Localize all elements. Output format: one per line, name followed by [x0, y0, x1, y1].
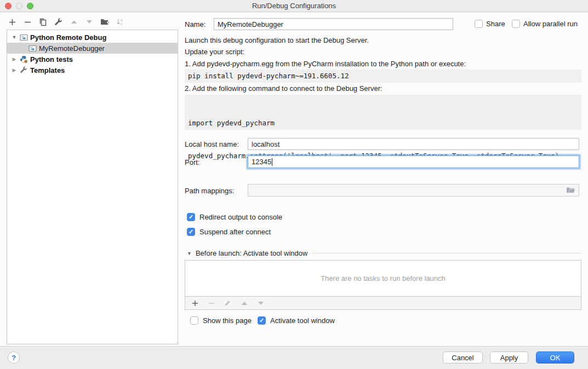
configurations-tree: ▼ Python Remote Debug MyRemoteDebugger ▶… — [7, 30, 178, 344]
move-up-icon — [69, 18, 78, 27]
allow-parallel-run-checkbox[interactable]: Allow parallel run — [512, 20, 578, 28]
move-down-icon — [84, 18, 94, 27]
share-checkbox-label: Share — [486, 20, 505, 28]
cancel-button[interactable]: Cancel — [443, 351, 483, 364]
templates-wrench-icon — [19, 66, 28, 74]
svg-text:z: z — [121, 22, 123, 26]
local-host-name-label: Local host name: — [185, 140, 239, 148]
move-task-up-icon — [239, 298, 249, 308]
tree-item-python-remote-debug[interactable]: ▼ Python Remote Debug — [7, 32, 178, 43]
suspend-after-connect-checkbox[interactable]: ✓ Suspend after connect — [187, 228, 271, 236]
add-configuration-button[interactable] — [8, 18, 17, 27]
configurations-toolbar: az — [8, 17, 124, 27]
browse-folder-icon[interactable] — [566, 187, 575, 194]
copy-configuration-icon[interactable] — [38, 18, 48, 27]
help-button[interactable]: ? — [8, 351, 20, 364]
redirect-output-checkbox-box[interactable]: ✓ — [187, 213, 195, 221]
redirect-output-checkbox-label: Redirect output to console — [199, 213, 282, 221]
tree-item-templates[interactable]: ▶ Templates — [7, 65, 178, 76]
tree-item-label: Python tests — [30, 55, 73, 64]
description-step-1: 1. Add pydevd-pycharm.egg from the PyCha… — [185, 60, 466, 68]
remote-debug-config-icon — [28, 44, 37, 52]
collapsed-twisty-icon[interactable]: ▶ — [12, 67, 17, 73]
share-checkbox[interactable]: Share — [475, 20, 505, 28]
window-title: Run/Debug Configurations — [0, 2, 588, 10]
before-launch-toolbar — [185, 297, 581, 310]
allow-parallel-run-checkbox-box[interactable] — [512, 20, 520, 28]
description-line-1: Launch this debug configuration to start… — [185, 36, 369, 44]
remote-debug-config-icon — [19, 33, 28, 41]
python-tests-icon — [19, 55, 28, 63]
path-mappings-input[interactable] — [248, 184, 579, 197]
empty-task-list-text: There are no tasks to run before launch — [321, 274, 446, 282]
ok-button[interactable]: OK — [536, 351, 574, 364]
name-input[interactable]: MyRemoteDebugger — [214, 18, 453, 30]
collapsed-twisty-icon[interactable]: ▶ — [12, 56, 17, 62]
title-bar: Run/Debug Configurations — [0, 0, 588, 12]
activate-tool-window-checkbox-label: Activate tool window — [270, 316, 335, 325]
suspend-after-connect-checkbox-box[interactable]: ✓ — [187, 228, 195, 236]
pip-install-code: pip install pydevd-pycharm~=191.6605.12 — [185, 70, 581, 83]
share-checkbox-box[interactable] — [475, 20, 483, 28]
dialog-content: az ▼ Python Remote Debug MyRemoteDebugge… — [0, 13, 588, 346]
suspend-after-connect-checkbox-label: Suspend after connect — [199, 228, 271, 236]
expanded-twisty-icon[interactable]: ▼ — [12, 34, 17, 40]
local-host-name-input[interactable]: localhost — [248, 138, 579, 150]
sort-configurations-icon: az — [115, 18, 124, 27]
name-label: Name: — [185, 20, 205, 28]
port-input[interactable]: 12345 — [248, 155, 579, 168]
path-mappings-label: Path mappings: — [185, 187, 234, 195]
run-debug-configurations-dialog: Run/Debug Configurations az — [0, 0, 588, 369]
activate-tool-window-checkbox[interactable]: ✓ Activate tool window — [258, 316, 335, 325]
tree-item-label: Python Remote Debug — [30, 33, 106, 42]
add-task-button[interactable] — [190, 298, 199, 308]
text-caret — [272, 158, 272, 166]
tree-item-myremotedebugger[interactable]: MyRemoteDebugger — [7, 43, 178, 54]
settrace-code-block: import pydevd_pycharm pydevd_pycharm.set… — [185, 95, 581, 130]
move-task-down-icon — [256, 298, 265, 308]
dialog-footer: ? Cancel Apply OK — [0, 346, 588, 369]
allow-parallel-run-checkbox-label: Allow parallel run — [523, 20, 578, 28]
apply-button[interactable]: Apply — [490, 351, 528, 364]
svg-text:a: a — [121, 18, 123, 22]
edit-task-pencil-icon — [223, 298, 232, 308]
new-folder-icon[interactable] — [100, 18, 109, 27]
redirect-output-checkbox[interactable]: ✓ Redirect output to console — [187, 213, 282, 221]
remove-configuration-button[interactable] — [23, 18, 32, 27]
section-rule — [312, 253, 581, 253]
tree-item-python-tests[interactable]: ▶ Python tests — [7, 54, 178, 65]
section-collapse-icon[interactable]: ▼ — [187, 251, 192, 256]
remove-task-icon — [207, 298, 216, 308]
description-step-2: 2. Add the following command to connect … — [185, 84, 383, 93]
before-launch-section-header[interactable]: ▼ Before launch: Activate tool window — [187, 249, 581, 257]
edit-templates-wrench-icon[interactable] — [54, 18, 63, 27]
port-label: Port: — [185, 158, 199, 166]
show-this-page-checkbox-box[interactable] — [190, 316, 198, 325]
description-line-2: Update your script: — [185, 48, 244, 56]
settrace-code-line-1: import pydevd_pycharm — [188, 118, 578, 129]
before-launch-task-list[interactable]: There are no tasks to run before launch — [185, 260, 581, 297]
show-this-page-checkbox[interactable]: Show this page — [190, 316, 252, 325]
tree-item-label: MyRemoteDebugger — [39, 44, 105, 53]
before-launch-title: Before launch: Activate tool window — [196, 249, 308, 257]
tree-item-label: Templates — [30, 66, 65, 74]
activate-tool-window-checkbox-box[interactable]: ✓ — [258, 316, 266, 325]
show-this-page-checkbox-label: Show this page — [203, 316, 252, 325]
